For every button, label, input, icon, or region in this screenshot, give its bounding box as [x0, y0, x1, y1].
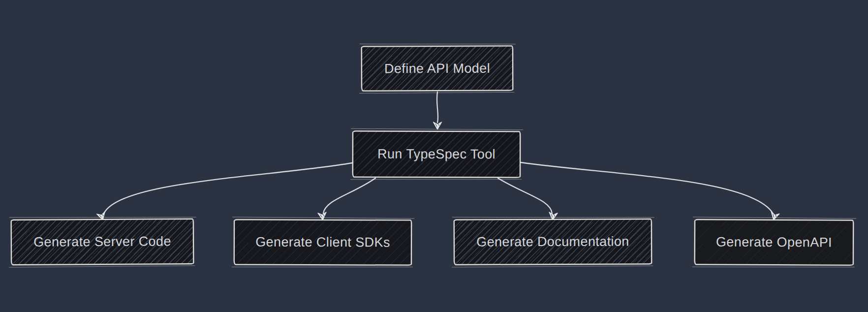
node-define-api-model: Define API Model — [361, 45, 513, 91]
node-label: Generate Server Code — [33, 234, 171, 250]
edge-run-typespec-tool-to-generate-server-code — [104, 163, 352, 214]
arrowhead-icon — [434, 122, 442, 129]
edge-define-api-model-to-run-typespec-tool — [437, 92, 438, 123]
node-generate-server-code: Generate Server Code — [11, 218, 194, 265]
edge-run-typespec-tool-to-generate-client-sdks — [323, 178, 375, 214]
node-generate-documentation: Generate Documentation — [454, 218, 652, 265]
node-label: Define API Model — [384, 61, 490, 76]
node-generate-openapi: Generate OpenAPI — [694, 219, 854, 265]
edge-run-typespec-tool-to-generate-documentation — [498, 178, 552, 214]
edge-run-typespec-tool-to-generate-openapi — [521, 162, 773, 214]
node-run-typespec-tool: Run TypeSpec Tool — [352, 131, 521, 178]
node-label: Generate OpenAPI — [716, 234, 832, 250]
node-label: Generate Documentation — [476, 234, 629, 250]
node-label: Generate Client SDKs — [255, 235, 390, 250]
flowchart-canvas: Define API Model Run TypeSpec Tool Gener… — [0, 0, 868, 312]
node-generate-client-sdks: Generate Client SDKs — [234, 219, 412, 265]
node-label: Run TypeSpec Tool — [377, 147, 496, 162]
